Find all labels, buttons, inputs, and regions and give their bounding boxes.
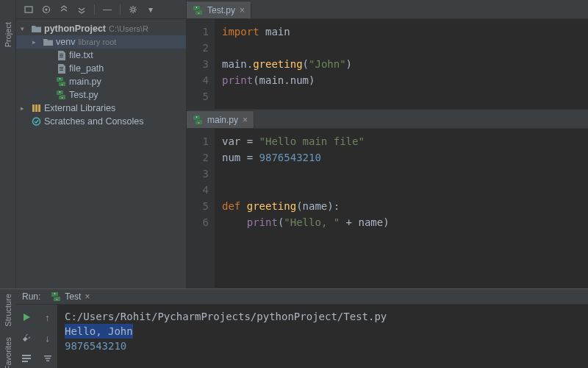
python-file-icon	[193, 5, 203, 15]
editor-tabbar-bottom: main.py ×	[187, 110, 588, 129]
down-stack-icon[interactable]: ↓	[41, 331, 54, 344]
tree-label: pythonProject	[44, 24, 106, 34]
code-area[interactable]: var = "Hello main file" num = 9876543210…	[215, 129, 397, 288]
tree-file[interactable]: file.txt	[16, 49, 186, 62]
svg-rect-9	[60, 70, 63, 71]
project-sidebar: — ▾ ▾ pythonProject C:\Users\R ▸ ve	[16, 0, 187, 289]
project-tree: ▾ pythonProject C:\Users\R ▸ venv librar…	[16, 19, 186, 131]
run-config-tab[interactable]: Test ×	[46, 289, 94, 304]
tree-file[interactable]: file_path	[16, 62, 186, 75]
tree-file[interactable]: Test.py	[16, 88, 186, 102]
svg-point-23	[57, 299, 58, 300]
close-icon[interactable]: ×	[243, 115, 248, 125]
svg-rect-14	[32, 105, 35, 112]
svg-point-11	[62, 84, 63, 85]
svg-rect-6	[60, 57, 63, 57]
tree-hint: C:\Users\R	[109, 24, 148, 33]
tree-root[interactable]: ▾ pythonProject C:\Users\R	[16, 22, 186, 35]
tree-external-libraries[interactable]: ▸ External Libraries	[16, 102, 186, 115]
expand-all-icon[interactable]	[76, 4, 87, 15]
python-file-icon	[193, 115, 203, 125]
editor-main-py[interactable]: 1 2 3 4 5 6 var = "Hello main file" num …	[187, 129, 588, 289]
svg-rect-0	[25, 7, 32, 13]
close-icon[interactable]: ×	[240, 5, 245, 15]
editor-test-py[interactable]: 1 2 3 4 5 import main main.greeting("Joh…	[187, 19, 588, 110]
folder-icon	[43, 37, 53, 47]
svg-rect-28	[45, 358, 50, 359]
structure-tool-button[interactable]: Structure	[4, 294, 12, 327]
svg-point-19	[198, 13, 200, 14]
tree-label: main.py	[69, 77, 101, 87]
text-file-icon	[56, 50, 66, 60]
folder-icon	[31, 24, 41, 34]
svg-rect-29	[46, 360, 49, 361]
code-area[interactable]: import main main.greeting("John") print(…	[215, 19, 359, 109]
dropdown-icon[interactable]: ▾	[146, 4, 156, 15]
tree-label: file_path	[69, 63, 104, 74]
collapse-all-icon[interactable]	[59, 4, 69, 15]
filter-icon[interactable]	[41, 352, 54, 365]
scratches-icon	[31, 116, 41, 127]
expand-icon[interactable]: ▾	[21, 25, 28, 32]
project-tool-button[interactable]: Project	[4, 22, 12, 47]
svg-rect-8	[60, 68, 63, 69]
svg-point-2	[46, 8, 48, 10]
expand-icon[interactable]: ▸	[32, 38, 40, 46]
run-actions-toolbar: ↑ ↓	[16, 305, 57, 368]
hide-icon[interactable]: —	[102, 4, 112, 15]
project-toolbar: — ▾	[16, 0, 186, 19]
tree-label: file.txt	[69, 50, 93, 60]
rerun-icon[interactable]	[20, 311, 33, 324]
tree-file[interactable]: main.py	[16, 75, 186, 88]
editor-area: Test.py × 1 2 3 4 5 import main main.gre…	[187, 0, 588, 289]
text-file-icon	[56, 63, 66, 74]
python-file-icon	[51, 291, 61, 302]
svg-point-20	[196, 116, 198, 118]
wrap-icon[interactable]	[20, 352, 33, 365]
editor-tab-test[interactable]: Test.py ×	[187, 1, 251, 18]
svg-point-13	[62, 97, 63, 99]
svg-rect-5	[60, 55, 63, 56]
scope-icon[interactable]	[41, 4, 51, 15]
wrench-icon[interactable]	[20, 331, 33, 344]
console-output[interactable]: C:/Users/Rohit/PycharmProjects/pythonPro…	[57, 305, 588, 368]
tree-label: External Libraries	[44, 103, 115, 113]
editor-tab-main[interactable]: main.py ×	[187, 110, 254, 128]
favorites-tool-button[interactable]: Favorites	[4, 337, 12, 368]
tree-scratches[interactable]: Scratches and Consoles	[16, 115, 186, 128]
tab-label: Test.py	[207, 5, 235, 15]
project-view-icon[interactable]	[24, 4, 34, 15]
run-tool-window: Structure Favorites Run: Test × ↑	[0, 289, 588, 368]
svg-rect-27	[44, 355, 51, 357]
tree-label: Scratches and Consoles	[44, 116, 144, 127]
tree-label: venv	[56, 37, 75, 47]
tab-label: main.py	[207, 115, 238, 125]
gutter: 1 2 3 4 5 6	[187, 129, 215, 288]
svg-rect-24	[22, 355, 31, 356]
expand-icon[interactable]: ▸	[21, 105, 28, 112]
tree-venv[interactable]: ▸ venv library root	[16, 35, 186, 49]
svg-point-12	[60, 91, 61, 93]
close-icon[interactable]: ×	[85, 291, 90, 302]
svg-rect-7	[60, 67, 63, 68]
editor-tabbar-top: Test.py ×	[187, 0, 588, 19]
run-header: Run: Test ×	[16, 289, 588, 305]
toolbar-separator	[94, 4, 95, 15]
python-file-icon	[56, 90, 66, 100]
svg-rect-25	[22, 358, 31, 359]
tool-window-strip-bottom-left: Structure Favorites	[0, 289, 16, 368]
svg-point-22	[54, 293, 56, 294]
svg-point-3	[132, 8, 135, 11]
console-line: 9876543210	[65, 340, 126, 352]
svg-rect-26	[22, 361, 28, 362]
tree-hint: library root	[78, 38, 116, 46]
up-stack-icon[interactable]: ↑	[41, 311, 54, 324]
svg-point-21	[198, 122, 200, 124]
run-label: Run:	[22, 291, 40, 302]
external-libraries-icon	[31, 103, 41, 113]
svg-point-18	[196, 7, 198, 8]
settings-icon[interactable]	[128, 4, 138, 15]
console-line: Hello, John	[65, 324, 133, 339]
gutter: 1 2 3 4 5	[187, 19, 215, 109]
run-config-label: Test	[65, 291, 81, 302]
